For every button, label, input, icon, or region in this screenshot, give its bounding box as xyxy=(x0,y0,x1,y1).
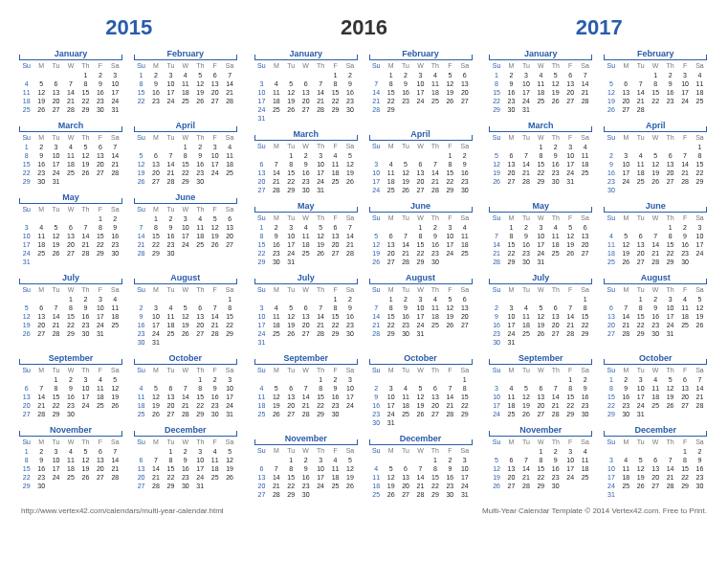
dow-cell: Su xyxy=(604,61,618,70)
day-cell: 15 xyxy=(534,464,548,473)
day-cell: 8 xyxy=(604,384,618,393)
day-cell: 8 xyxy=(178,151,192,160)
month-name: October xyxy=(134,352,237,365)
day-cell: 10 xyxy=(49,456,63,464)
week-row: 9101112131415 xyxy=(489,312,592,321)
day-cell: 3 xyxy=(222,375,236,384)
day-cell: 10 xyxy=(254,88,269,97)
week-row: 17181920212223 xyxy=(604,473,707,482)
dow-cell: M xyxy=(619,285,633,294)
day-cell: 19 xyxy=(193,88,208,97)
day-cell: 22 xyxy=(328,321,342,329)
dow-cell: F xyxy=(328,446,342,455)
day-cell: 9 xyxy=(619,384,633,393)
day-cell: 6 xyxy=(208,71,222,79)
week-row: 1 xyxy=(604,143,707,151)
day-cell: 30 xyxy=(604,186,618,194)
day-cell: 12 xyxy=(342,160,357,169)
month-name: June xyxy=(134,191,237,204)
dow-cell: Sa xyxy=(108,285,122,294)
day-cell: 14 xyxy=(269,473,283,482)
day-cell: 4 xyxy=(134,384,148,393)
day-cell: 6 xyxy=(578,223,592,232)
day-cell: 15 xyxy=(193,393,208,401)
day-cell: 1 xyxy=(78,71,93,79)
day-cell: 28 xyxy=(164,177,178,186)
day-cell: 15 xyxy=(578,312,592,321)
day-cell: 21 xyxy=(578,88,592,97)
day-cell: 22 xyxy=(677,473,692,482)
day-cell xyxy=(328,258,342,266)
dow-cell: Su xyxy=(489,61,503,70)
week-row: 3031 xyxy=(489,338,592,347)
day-cell: 13 xyxy=(457,303,472,312)
day-cell xyxy=(134,447,148,456)
day-cell: 15 xyxy=(164,464,178,473)
dow-cell: Th xyxy=(663,366,677,374)
day-cell: 6 xyxy=(193,303,208,312)
week-row: 15161718192021 xyxy=(134,88,237,97)
day-cell: 18 xyxy=(178,88,192,97)
day-cell: 20 xyxy=(254,482,269,490)
week-row: 22232425262728 xyxy=(489,97,592,105)
day-cell: 5 xyxy=(134,151,148,160)
day-cell: 25 xyxy=(63,473,77,482)
week-row: 2627282930 xyxy=(369,258,473,266)
day-cell: 17 xyxy=(193,464,208,473)
dow-row: SuMTuWThFSa xyxy=(489,214,592,222)
day-cell: 23 xyxy=(108,240,122,249)
day-cell: 18 xyxy=(677,312,692,321)
week-row: 12 xyxy=(489,375,592,384)
day-cell: 22 xyxy=(443,177,457,186)
day-cell: 29 xyxy=(284,186,298,194)
footer-copyright: Multi-Year Calendar Template © 2014 Vert… xyxy=(482,506,707,515)
day-cell: 13 xyxy=(677,384,692,393)
day-cell: 12 xyxy=(489,160,503,169)
day-cell: 30 xyxy=(63,410,77,418)
day-cell xyxy=(534,375,548,384)
day-cell: 27 xyxy=(148,177,163,186)
day-cell: 11 xyxy=(604,240,618,249)
day-cell xyxy=(428,418,442,427)
week-row: 25262728293031 xyxy=(19,105,122,114)
week-row: 1234567 xyxy=(604,375,707,384)
day-cell xyxy=(19,214,33,223)
day-cell: 6 xyxy=(663,151,677,160)
day-cell xyxy=(63,482,77,490)
dow-cell: Tu xyxy=(633,133,648,142)
day-cell: 10 xyxy=(222,384,236,393)
day-cell: 14 xyxy=(269,169,283,177)
dow-cell: Th xyxy=(663,61,677,70)
dow-cell: Sa xyxy=(342,142,357,150)
dow-cell: Sa xyxy=(108,133,122,142)
week-row: 31 xyxy=(254,338,358,347)
day-cell: 19 xyxy=(148,401,163,410)
day-cell: 21 xyxy=(208,321,222,329)
day-cell: 2 xyxy=(398,295,412,303)
day-cell: 1 xyxy=(134,71,148,79)
day-cell: 28 xyxy=(313,105,327,114)
week-row: 252627282930 xyxy=(604,258,707,266)
day-cell: 31 xyxy=(504,338,518,347)
dow-cell: M xyxy=(504,285,518,294)
day-cell: 11 xyxy=(164,312,178,321)
day-cell: 19 xyxy=(413,401,428,410)
day-cell: 19 xyxy=(108,393,122,401)
day-cell: 8 xyxy=(457,384,472,393)
day-cell: 23 xyxy=(398,97,412,105)
day-cell: 11 xyxy=(504,393,518,401)
day-cell: 29 xyxy=(384,329,398,338)
day-cell: 19 xyxy=(222,464,236,473)
day-cell: 10 xyxy=(254,312,269,321)
day-cell: 1 xyxy=(222,295,236,303)
day-cell: 16 xyxy=(33,464,48,473)
day-cell: 9 xyxy=(369,393,384,401)
day-cell: 27 xyxy=(298,329,313,338)
day-cell xyxy=(457,418,472,427)
day-cell: 7 xyxy=(663,456,677,464)
week-row: 1234567 xyxy=(489,71,592,79)
day-cell: 12 xyxy=(619,240,633,249)
day-cell: 7 xyxy=(518,456,533,464)
day-cell: 10 xyxy=(693,232,707,240)
dow-cell: Su xyxy=(134,438,148,446)
